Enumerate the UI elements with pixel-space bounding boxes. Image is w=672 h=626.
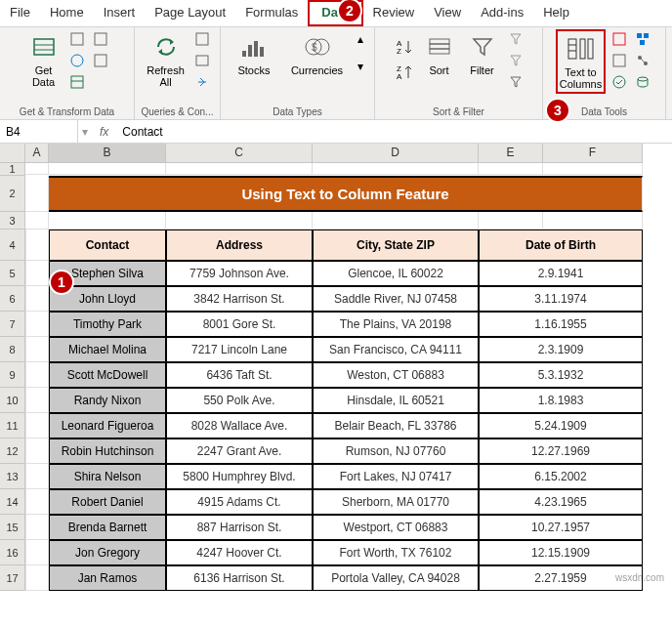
row-header[interactable]: 16 xyxy=(0,540,25,565)
menu-view[interactable]: View xyxy=(424,0,471,26)
cell-dob[interactable]: 2.3.1909 xyxy=(479,337,643,362)
header-contact[interactable]: Contact xyxy=(49,230,166,261)
row-header[interactable]: 3 xyxy=(0,212,25,230)
menu-page-layout[interactable]: Page Layout xyxy=(145,0,235,26)
refresh-all-button[interactable]: Refresh All xyxy=(143,29,189,90)
from-web-button[interactable] xyxy=(67,51,87,70)
stocks-button[interactable]: Stocks xyxy=(225,29,283,78)
cell-address[interactable]: 550 Polk Ave. xyxy=(166,388,313,413)
select-all-corner[interactable] xyxy=(0,144,25,163)
consolidate-button[interactable] xyxy=(633,29,652,49)
edit-links-button[interactable] xyxy=(192,72,212,92)
recent-sources-button[interactable] xyxy=(91,29,110,49)
data-model-button[interactable] xyxy=(633,72,652,92)
filter-button[interactable]: Filter xyxy=(463,29,502,78)
cell-dob[interactable]: 4.23.1965 xyxy=(479,489,643,515)
row-header[interactable]: 9 xyxy=(0,362,25,388)
sort-button[interactable]: Sort xyxy=(420,29,459,78)
cell-address[interactable]: 7759 Johnson Ave. xyxy=(166,261,313,286)
cell-contact[interactable]: Randy Nixon xyxy=(49,388,166,413)
menu-home[interactable]: Home xyxy=(40,0,94,26)
cell-address[interactable]: 7217 Lincoln Lane xyxy=(166,337,313,362)
col-header-a[interactable]: A xyxy=(25,144,49,163)
cell-contact[interactable]: Scott McDowell xyxy=(49,362,166,388)
from-text-button[interactable] xyxy=(67,29,87,49)
menu-insert[interactable]: Insert xyxy=(94,0,146,26)
cell-address[interactable]: 8028 Wallace Ave. xyxy=(166,413,313,438)
cell-dob[interactable]: 5.3.1932 xyxy=(479,362,643,388)
cell-dob[interactable]: 1.8.1983 xyxy=(479,388,643,413)
queries-button[interactable] xyxy=(192,29,212,49)
reapply-button[interactable] xyxy=(506,51,525,70)
cell-dob[interactable]: 3.11.1974 xyxy=(479,286,643,312)
datatype-prev-button[interactable]: ▴ xyxy=(351,29,370,49)
cell-city[interactable]: Hinsdale, IL 60521 xyxy=(313,388,479,413)
cell-city[interactable]: Belair Beach, FL 33786 xyxy=(313,413,479,438)
cell-city[interactable]: San Francisco, CA 94111 xyxy=(313,337,479,362)
sort-az-button[interactable]: AZ xyxy=(393,35,416,59)
header-dob[interactable]: Date of Birth xyxy=(479,230,643,261)
cell-address[interactable]: 887 Harrison St. xyxy=(166,515,313,540)
col-header-c[interactable]: C xyxy=(166,144,313,163)
datatype-next-button[interactable]: ▾ xyxy=(351,57,370,76)
properties-button[interactable] xyxy=(192,51,212,70)
remove-duplicates-button[interactable] xyxy=(609,51,629,70)
menu-addins[interactable]: Add-ins xyxy=(471,0,533,26)
clear-filter-button[interactable] xyxy=(506,29,525,49)
cell-city[interactable]: Portola Valley, CA 94028 xyxy=(313,565,479,591)
cell-contact[interactable]: Michael Molina xyxy=(49,337,166,362)
row-header[interactable]: 8 xyxy=(0,337,25,362)
cell-dob[interactable]: 6.15.2002 xyxy=(479,464,643,489)
cell-city[interactable]: Fort Worth, TX 76102 xyxy=(313,540,479,565)
name-box[interactable]: B4 xyxy=(0,120,78,143)
menu-formulas[interactable]: Formulas xyxy=(235,0,308,26)
col-header-e[interactable]: E xyxy=(479,144,543,163)
data-validation-button[interactable] xyxy=(609,72,629,92)
row-header[interactable]: 17 xyxy=(0,565,25,591)
row-header[interactable]: 10 xyxy=(0,388,25,413)
cell-address[interactable]: 6136 Harrison St. xyxy=(166,565,313,591)
cell-city[interactable]: Saddle River, NJ 07458 xyxy=(313,286,479,312)
row-header[interactable]: 12 xyxy=(0,438,25,464)
cell-address[interactable]: 5800 Humphrey Blvd. xyxy=(166,464,313,489)
row-header[interactable]: 14 xyxy=(0,489,25,515)
row-header[interactable]: 4 xyxy=(0,230,25,261)
flash-fill-button[interactable] xyxy=(609,29,629,49)
cell-dob[interactable]: 12.15.1909 xyxy=(479,540,643,565)
formula-input[interactable] xyxy=(116,123,672,141)
col-header-d[interactable]: D xyxy=(313,144,479,163)
row-header[interactable]: 13 xyxy=(0,464,25,489)
cell-address[interactable]: 3842 Harrison St. xyxy=(166,286,313,312)
cell-contact[interactable]: Leonard Figueroa xyxy=(49,413,166,438)
menu-help[interactable]: Help xyxy=(533,0,579,26)
cell-dob[interactable]: 5.24.1909 xyxy=(479,413,643,438)
cell-address[interactable]: 2247 Grant Ave. xyxy=(166,438,313,464)
menu-file[interactable]: File xyxy=(0,0,40,26)
cell-city[interactable]: The Plains, VA 20198 xyxy=(313,312,479,337)
menu-review[interactable]: Review xyxy=(363,0,425,26)
header-address[interactable]: Address xyxy=(166,230,313,261)
sort-za-button[interactable]: ZA xyxy=(393,61,416,84)
cell-address[interactable]: 6436 Taft St. xyxy=(166,362,313,388)
cell-city[interactable]: Fort Lakes, NJ 07417 xyxy=(313,464,479,489)
fx-icon[interactable]: fx xyxy=(92,125,116,139)
row-header[interactable]: 11 xyxy=(0,413,25,438)
cell-dob[interactable]: 10.27.1957 xyxy=(479,515,643,540)
row-header[interactable]: 2 xyxy=(0,176,25,212)
cell-contact[interactable]: Robert Daniel xyxy=(49,489,166,515)
cell-dob[interactable]: 2.9.1941 xyxy=(479,261,643,286)
get-data-button[interactable]: Get Data xyxy=(24,29,63,90)
cell-city[interactable]: Rumson, NJ 07760 xyxy=(313,438,479,464)
cell-address[interactable]: 4247 Hoover Ct. xyxy=(166,540,313,565)
cell-city[interactable]: Sherborn, MA 01770 xyxy=(313,489,479,515)
relationships-button[interactable] xyxy=(633,51,652,70)
cell-contact[interactable]: Brenda Barnett xyxy=(49,515,166,540)
cell-contact[interactable]: Timothy Park xyxy=(49,312,166,337)
from-table-button[interactable] xyxy=(67,72,87,92)
cell-contact[interactable]: Jan Ramos xyxy=(49,565,166,591)
advanced-filter-button[interactable] xyxy=(506,72,525,92)
cell-contact[interactable]: Shira Nelson xyxy=(49,464,166,489)
row-header[interactable]: 15 xyxy=(0,515,25,540)
cell-contact[interactable]: Robin Hutchinson xyxy=(49,438,166,464)
col-header-f[interactable]: F xyxy=(543,144,643,163)
